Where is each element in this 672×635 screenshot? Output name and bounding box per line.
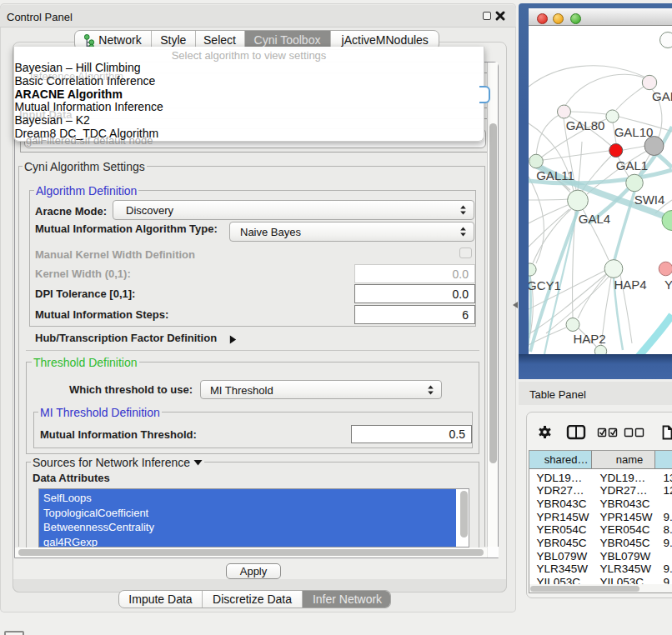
svg-text:GAL4: GAL4	[579, 212, 610, 226]
svg-text:SWI4: SWI4	[634, 192, 665, 207]
svg-text:GAL11: GAL11	[536, 168, 574, 182]
svg-text:HAP2: HAP2	[573, 332, 605, 346]
svg-text:HAP4: HAP4	[614, 278, 646, 292]
svg-text:GAL1: GAL1	[616, 158, 648, 172]
svg-text:GAL80: GAL80	[566, 118, 605, 132]
svg-text:GAL10: GAL10	[614, 125, 654, 139]
svg-text:Y: Y	[664, 278, 672, 292]
svg-text:GAL2: GAL2	[652, 89, 672, 103]
svg-text:GCY1: GCY1	[529, 278, 561, 292]
